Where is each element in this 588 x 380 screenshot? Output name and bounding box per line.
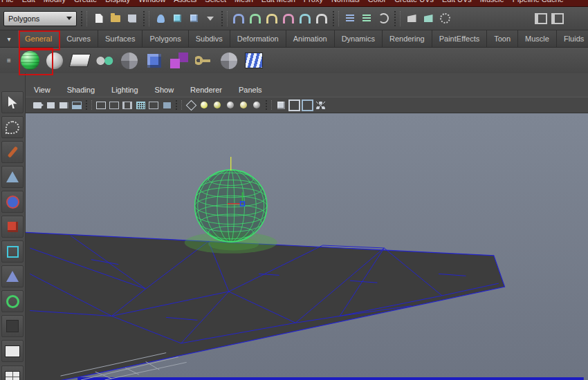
output-from-selected-icon[interactable]: [359, 11, 374, 26]
select-tool-icon[interactable]: [1, 91, 24, 113]
cube-shelf-icon[interactable]: [143, 49, 166, 73]
menu-color[interactable]: Color: [368, 0, 386, 3]
wireframe-icon[interactable]: [185, 99, 197, 111]
film-gate-icon[interactable]: [95, 99, 107, 111]
lasso-tool-icon[interactable]: [1, 116, 24, 138]
menu-pipeline-cache[interactable]: Pipeline Cache: [513, 0, 564, 3]
menu-edit-mesh[interactable]: Edit Mesh: [261, 0, 295, 3]
render-current-frame-icon[interactable]: [404, 11, 419, 26]
joint-xray-icon[interactable]: [301, 99, 313, 111]
shelf-tab-general[interactable]: General: [18, 30, 59, 47]
shelf-tab-polygons[interactable]: Polygons: [143, 30, 188, 47]
menu-muscle[interactable]: Muscle: [480, 0, 504, 3]
panel-menu-show[interactable]: Show: [155, 86, 174, 94]
construction-history-icon[interactable]: [376, 11, 391, 26]
make-live-icon[interactable]: [314, 11, 329, 26]
shelf-tab-fluids[interactable]: Fluids: [557, 30, 588, 47]
hypergraph-share-icon[interactable]: [314, 99, 327, 111]
menu-window[interactable]: Window: [138, 0, 165, 3]
show-manipulator-tool-icon[interactable]: [1, 290, 24, 312]
bookmarks-icon[interactable]: [57, 99, 70, 111]
menu-modify[interactable]: Modify: [44, 0, 66, 3]
panel-menu-lighting[interactable]: Lighting: [111, 86, 138, 94]
single-pane-layout-button[interactable]: [1, 340, 24, 362]
shelf-tab-deformation[interactable]: Deformation: [230, 30, 286, 47]
menu-display[interactable]: Display: [105, 0, 130, 3]
panel-menu-shading[interactable]: Shading: [67, 86, 95, 94]
ramp-shelf-icon[interactable]: [68, 49, 91, 73]
shelf-tab-muscle[interactable]: Muscle: [518, 30, 557, 47]
field-chart-icon[interactable]: [134, 99, 147, 111]
safe-action-icon[interactable]: [147, 99, 160, 111]
safe-title-icon[interactable]: [160, 99, 173, 111]
bounding-box-icon[interactable]: [224, 99, 237, 111]
select-by-component-icon[interactable]: [186, 11, 201, 26]
ipr-render-icon[interactable]: [421, 11, 436, 26]
viewport[interactable]: [26, 113, 588, 380]
snap-to-grids-icon[interactable]: [231, 11, 246, 26]
shelf-tab-curves[interactable]: Curves: [59, 30, 98, 47]
viewport-3d-scene[interactable]: [26, 113, 588, 380]
resolution-gate-icon[interactable]: [108, 99, 120, 111]
panel-menu-view[interactable]: View: [34, 86, 50, 94]
shelf-tab-animation[interactable]: Animation: [286, 30, 335, 47]
open-scene-icon[interactable]: [108, 11, 123, 26]
smooth-shade-all-icon[interactable]: [198, 99, 210, 111]
shelf-tabs-toggle-icon[interactable]: ▾: [0, 30, 18, 47]
shelf-menu-icon[interactable]: ≡: [0, 57, 18, 64]
select-by-object-icon[interactable]: [169, 11, 185, 26]
select-camera-icon[interactable]: [31, 99, 44, 111]
panel-menu-panels[interactable]: Panels: [239, 86, 262, 94]
shelf-tab-rendering[interactable]: Rendering: [383, 30, 432, 47]
menu-edit[interactable]: Edit: [22, 0, 35, 3]
wireframe-sphere[interactable]: [195, 170, 267, 242]
flat-shade-all-icon[interactable]: [211, 99, 223, 111]
panel-menu-renderer[interactable]: Renderer: [190, 86, 222, 94]
nurbs-sphere-shelf-icon[interactable]: [43, 49, 66, 73]
last-tool-icon[interactable]: [1, 315, 24, 337]
selection-mask-menu[interactable]: [203, 11, 218, 26]
universal-manipulator-tool-icon[interactable]: [1, 240, 24, 263]
menu-proxy[interactable]: Proxy: [304, 0, 323, 3]
menu-create-uvs[interactable]: Create UVs: [394, 0, 434, 3]
paint-selection-tool-icon[interactable]: [1, 141, 24, 163]
gate-mask-icon[interactable]: [121, 99, 134, 111]
image-plane-icon[interactable]: [71, 99, 83, 111]
paint-effects-shelf-icon[interactable]: [242, 49, 266, 73]
channel-box-toggle-icon[interactable]: [550, 11, 565, 26]
menu-file[interactable]: File: [1, 0, 14, 3]
shelf-tab-surfaces[interactable]: Surfaces: [98, 30, 143, 47]
rotate-tool-icon[interactable]: [1, 191, 24, 213]
save-scene-icon[interactable]: [125, 11, 140, 26]
soft-modification-tool-icon[interactable]: [1, 265, 24, 287]
move-tool-icon[interactable]: [1, 166, 24, 188]
shelf-tab-painteffects[interactable]: PaintEffects: [432, 30, 488, 47]
poly-sphere-shelf-icon[interactable]: [18, 49, 42, 73]
key-shelf-icon[interactable]: [192, 49, 216, 73]
shelf-tab-dynamics[interactable]: Dynamics: [335, 30, 383, 47]
menu-select[interactable]: Select: [205, 0, 226, 3]
attribute-editor-toggle-icon[interactable]: [533, 11, 549, 26]
menu-set-selector[interactable]: Polygons: [3, 11, 77, 26]
double-cube-shelf-icon[interactable]: [167, 49, 191, 73]
new-scene-icon[interactable]: [91, 11, 107, 26]
use-default-material-icon[interactable]: [250, 99, 263, 111]
double-circle-shelf-icon[interactable]: [93, 49, 116, 73]
camera-attributes-icon[interactable]: [44, 99, 57, 111]
snap-to-curves-icon[interactable]: [248, 11, 263, 26]
menu-assets[interactable]: Assets: [174, 0, 196, 3]
subdiv-sphere-shelf-icon[interactable]: [217, 49, 241, 73]
shelf-tab-toon[interactable]: Toon: [487, 30, 518, 47]
menu-create[interactable]: Create: [74, 0, 97, 3]
scale-tool-icon[interactable]: [1, 216, 24, 238]
menu-normals[interactable]: Normals: [331, 0, 360, 3]
shelf-tab-subdivs[interactable]: Subdivs: [189, 30, 230, 47]
four-pane-layout-button[interactable]: [1, 365, 24, 380]
select-by-hierarchy-icon[interactable]: [153, 11, 168, 26]
input-to-selected-icon[interactable]: [342, 11, 358, 26]
isolate-select-icon[interactable]: [275, 99, 287, 111]
snap-to-view-planes-icon[interactable]: [297, 11, 313, 26]
snap-to-points-icon[interactable]: [264, 11, 279, 26]
snap-to-projected-center-icon[interactable]: [281, 11, 296, 26]
menu-mesh[interactable]: Mesh: [235, 0, 253, 3]
